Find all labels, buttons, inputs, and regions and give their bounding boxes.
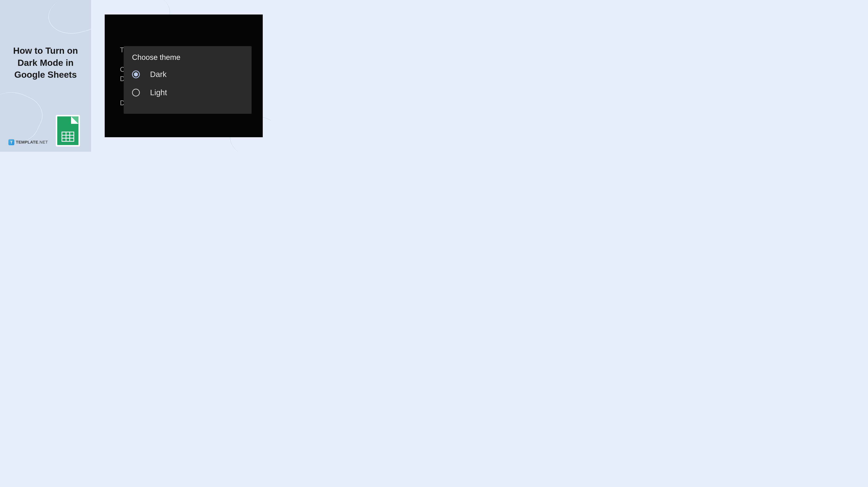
radio-label: Light bbox=[150, 88, 167, 97]
right-panel: T C D D Choose theme Dark Light bbox=[91, 0, 271, 152]
radio-selected-icon bbox=[132, 70, 140, 78]
template-brand-text: TEMPLATE.NET bbox=[16, 140, 48, 145]
radio-label: Dark bbox=[150, 70, 166, 79]
bg-text-theme: T bbox=[120, 46, 124, 54]
dialog-title: Choose theme bbox=[132, 53, 243, 62]
template-net-logo: T TEMPLATE.NET bbox=[8, 139, 48, 145]
google-sheets-icon bbox=[56, 115, 80, 147]
choose-theme-dialog: Choose theme Dark Light bbox=[124, 46, 252, 114]
theme-screenshot: T C D D Choose theme Dark Light bbox=[105, 14, 263, 137]
template-t-icon: T bbox=[8, 139, 14, 145]
radio-option-dark[interactable]: Dark bbox=[132, 70, 243, 79]
radio-unselected-icon bbox=[132, 89, 140, 96]
radio-option-light[interactable]: Light bbox=[132, 88, 243, 97]
page-title: How to Turn on Dark Mode in Google Sheet… bbox=[7, 45, 84, 81]
left-panel: How to Turn on Dark Mode in Google Sheet… bbox=[0, 0, 91, 152]
